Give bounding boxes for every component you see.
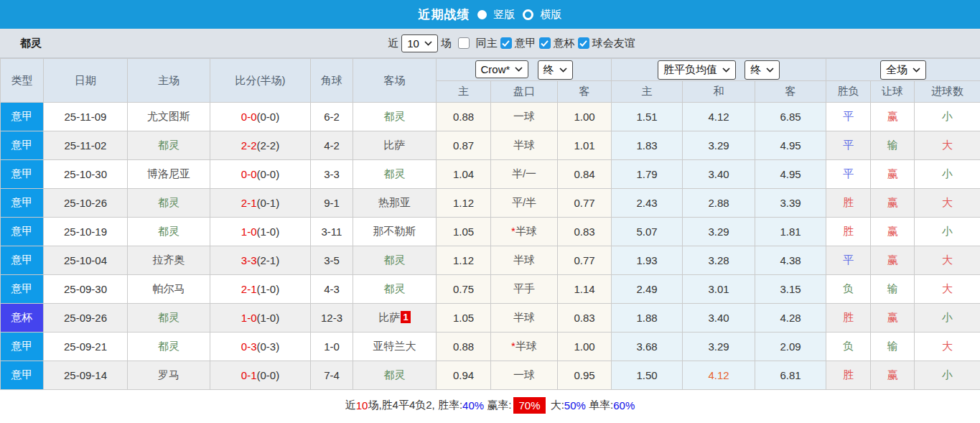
summary-count: 10 bbox=[356, 399, 368, 412]
euro-away-odds: 3.15 bbox=[755, 275, 826, 304]
score-cell: 0-1(0-0) bbox=[210, 361, 311, 390]
scope-select[interactable]: 全场 bbox=[880, 60, 926, 80]
match-date: 25-10-26 bbox=[44, 189, 128, 218]
over-rate-value: 50% bbox=[564, 399, 586, 412]
euro-away-odds: 2.09 bbox=[755, 333, 826, 361]
euro-time-select[interactable]: 终 bbox=[745, 60, 780, 80]
home-team: 博洛尼亚 bbox=[128, 160, 210, 189]
asia-home-odds: 1.05 bbox=[437, 218, 491, 246]
home-team: 都灵 bbox=[128, 189, 210, 218]
table-row: 意甲 25-10-04 拉齐奥 3-3(2-1) 3-5 都灵 1.12 半球 … bbox=[1, 246, 980, 275]
radio-horizontal-layout[interactable] bbox=[523, 9, 533, 20]
odd-rate-value: 60% bbox=[613, 399, 635, 412]
handicap-rate-label: 赢率: bbox=[484, 399, 511, 412]
asia-away-odds: 1.00 bbox=[558, 103, 612, 131]
home-team: 罗马 bbox=[128, 361, 210, 390]
home-team: 都灵 bbox=[128, 304, 210, 333]
result-cell: 胜 bbox=[826, 361, 871, 390]
italy-cup-checkbox[interactable] bbox=[539, 37, 551, 49]
check-icon bbox=[541, 40, 549, 47]
asia-home-odds: 0.75 bbox=[437, 275, 491, 304]
same-home-checkbox[interactable] bbox=[458, 37, 470, 49]
home-team: 帕尔马 bbox=[128, 275, 210, 304]
match-type: 意甲 bbox=[1, 103, 44, 131]
scope-header: 全场 bbox=[826, 59, 980, 81]
corners-cell: 7-4 bbox=[311, 361, 353, 390]
score-cell: 0-3(0-3) bbox=[210, 333, 311, 361]
col-header-type: 类型 bbox=[1, 59, 44, 103]
euro-home-odds: 1.93 bbox=[612, 246, 683, 275]
handicap-result-cell: 赢 bbox=[871, 361, 915, 390]
serie-a-checkbox[interactable] bbox=[500, 37, 512, 49]
away-team: 都灵 bbox=[353, 275, 437, 304]
match-type: 意甲 bbox=[1, 218, 44, 246]
italy-cup-label[interactable]: 意杯 bbox=[554, 37, 575, 50]
goals-result-cell: 小 bbox=[915, 103, 980, 131]
match-date: 25-09-30 bbox=[44, 275, 128, 304]
same-home-label[interactable]: 同主 bbox=[476, 37, 498, 50]
asia-handicap: 平手 bbox=[491, 275, 558, 304]
euro-draw-odds: 3.28 bbox=[683, 246, 755, 275]
corners-cell: 3-5 bbox=[311, 246, 353, 275]
summary-bar: 近 10 场,胜4平4负2, 胜率: 40% 赢率: 70% 大: 50% 单率… bbox=[0, 390, 980, 420]
radio-horizontal-label[interactable]: 横版 bbox=[541, 8, 562, 22]
result-cell: 负 bbox=[826, 333, 871, 361]
euro-odds-select[interactable]: 胜平负均值 bbox=[658, 60, 736, 80]
score-cell: 2-2(2-2) bbox=[210, 131, 311, 160]
corners-cell: 3-3 bbox=[311, 160, 353, 189]
radio-vertical-label[interactable]: 竖版 bbox=[494, 8, 515, 22]
match-type: 意甲 bbox=[1, 246, 44, 275]
col-header-euro-home: 主 bbox=[612, 81, 683, 103]
asia-home-odds: 1.05 bbox=[437, 304, 491, 333]
col-header-handicap: 让球 bbox=[871, 81, 915, 103]
table-row: 意甲 25-09-21 都灵 0-3(0-3) 1-0 亚特兰大 0.88 *半… bbox=[1, 333, 980, 361]
asia-away-odds: 1.01 bbox=[558, 131, 612, 160]
handicap-result-cell: 输 bbox=[871, 333, 915, 361]
euro-away-odds: 6.85 bbox=[755, 103, 826, 131]
match-date: 25-11-09 bbox=[44, 103, 128, 131]
match-date: 25-11-02 bbox=[44, 131, 128, 160]
result-cell: 胜 bbox=[826, 189, 871, 218]
team-name: 都灵 bbox=[20, 37, 42, 50]
asia-handicap: 半球 bbox=[491, 246, 558, 275]
table-row: 意甲 25-10-26 都灵 2-1(0-1) 9-1 热那亚 1.12 平/半… bbox=[1, 189, 980, 218]
euro-home-odds: 1.79 bbox=[612, 160, 683, 189]
corners-cell: 4-2 bbox=[311, 131, 353, 160]
col-header-asia-away: 客 bbox=[558, 81, 612, 103]
corners-cell: 3-11 bbox=[311, 218, 353, 246]
recent-count-select[interactable]: 10 bbox=[401, 34, 438, 52]
euro-home-odds: 1.88 bbox=[612, 304, 683, 333]
friendly-label[interactable]: 球会友谊 bbox=[592, 37, 635, 50]
score-cell: 1-0(1-0) bbox=[210, 218, 311, 246]
asia-home-odds: 1.04 bbox=[437, 160, 491, 189]
asia-time-select[interactable]: 终 bbox=[538, 60, 573, 80]
asia-away-odds: 0.95 bbox=[558, 361, 612, 390]
away-badge: 1 bbox=[401, 311, 410, 323]
goals-result-cell: 大 bbox=[915, 333, 980, 361]
bookmaker-select[interactable]: Crow* bbox=[475, 60, 529, 78]
asia-handicap: *半球 bbox=[491, 218, 558, 246]
handicap-result-cell: 赢 bbox=[871, 218, 915, 246]
asia-away-odds: 1.00 bbox=[558, 333, 612, 361]
home-team: 都灵 bbox=[128, 131, 210, 160]
score-cell: 0-0(0-0) bbox=[210, 103, 311, 131]
euro-draw-odds: 3.40 bbox=[683, 160, 755, 189]
table-row: 意甲 25-10-30 博洛尼亚 0-0(0-0) 3-3 都灵 1.04 半/… bbox=[1, 160, 980, 189]
page-title: 近期战绩 bbox=[419, 6, 470, 23]
friendly-checkbox[interactable] bbox=[578, 37, 589, 49]
table-row: 意甲 25-11-09 尤文图斯 0-0(0-0) 6-2 都灵 0.88 一球… bbox=[1, 103, 980, 131]
euro-home-odds: 1.83 bbox=[612, 131, 683, 160]
result-cell: 平 bbox=[826, 103, 871, 131]
asia-away-odds: 0.77 bbox=[558, 189, 612, 218]
serie-a-label[interactable]: 意甲 bbox=[515, 37, 536, 50]
asia-away-odds: 1.14 bbox=[558, 275, 612, 304]
recent-results-table: 类型 日期 主场 比分(半场) 角球 客场 Crow* 终 胜平负均值 终 全场… bbox=[0, 58, 980, 390]
result-cell: 平 bbox=[826, 131, 871, 160]
result-cell: 胜 bbox=[826, 304, 871, 333]
asia-away-odds: 0.84 bbox=[558, 160, 612, 189]
table-row: 意甲 25-10-19 都灵 1-0(1-0) 3-11 那不勒斯 1.05 *… bbox=[1, 218, 980, 246]
radio-vertical-layout[interactable] bbox=[477, 10, 487, 19]
col-header-corners: 角球 bbox=[311, 59, 353, 103]
asia-away-odds: 0.83 bbox=[558, 218, 612, 246]
match-type: 意甲 bbox=[1, 131, 44, 160]
